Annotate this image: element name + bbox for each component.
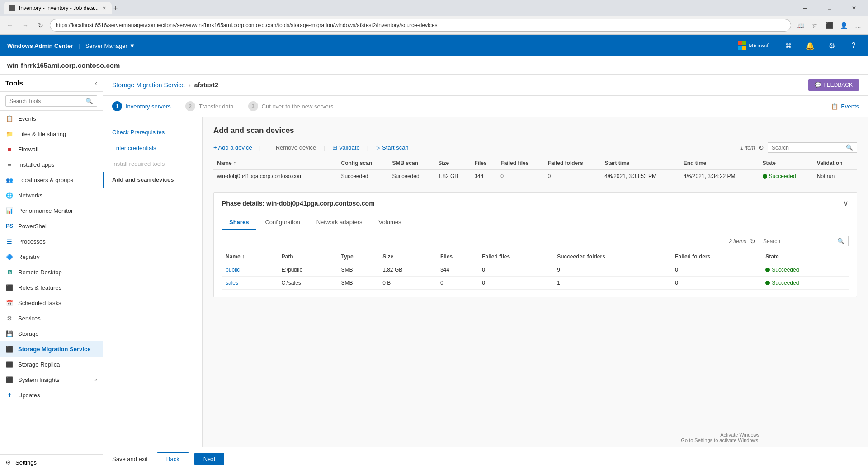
sidebar-item-services[interactable]: ⚙ Services bbox=[0, 310, 103, 326]
sidebar-item-performance[interactable]: 📊 Performance Monitor bbox=[0, 203, 103, 218]
breadcrumb-bar: Storage Migration Service › afstest2 💬 F… bbox=[103, 75, 868, 96]
sh-col-size[interactable]: Size bbox=[379, 251, 437, 263]
more-icon[interactable]: … bbox=[852, 19, 864, 32]
share-row-public[interactable]: public E:\public SMB 1.82 GB 344 0 9 0 bbox=[222, 263, 849, 277]
col-failed-folders[interactable]: Failed folders bbox=[544, 157, 601, 169]
device-smb-scan: Succeeded bbox=[389, 169, 435, 183]
share-sales-link[interactable]: sales bbox=[226, 280, 238, 286]
step-tab-cutover[interactable]: 3 Cut over to the new servers bbox=[248, 101, 334, 111]
sh-col-succeeded-folders[interactable]: Succeeded folders bbox=[553, 251, 671, 263]
col-failed-files[interactable]: Failed files bbox=[497, 157, 544, 169]
sh-col-files[interactable]: Files bbox=[437, 251, 478, 263]
reload-button[interactable]: ↻ bbox=[34, 19, 47, 32]
sidebar-item-remote-desktop[interactable]: 🖥 Remote Desktop bbox=[0, 264, 103, 280]
phase-header[interactable]: Phase details: win-dobj0p41pga.corp.cont… bbox=[214, 193, 857, 214]
back-nav-button[interactable]: ← bbox=[4, 19, 16, 32]
server-manager-nav[interactable]: Server Manager ▼ bbox=[85, 42, 135, 49]
back-button[interactable]: Back bbox=[157, 452, 189, 465]
col-start-time[interactable]: Start time bbox=[601, 157, 680, 169]
col-config-scan[interactable]: Config scan bbox=[337, 157, 388, 169]
sidebar-item-registry[interactable]: 🔷 Registry bbox=[0, 249, 103, 264]
collections-icon[interactable]: ⬛ bbox=[823, 19, 835, 32]
forward-nav-button[interactable]: → bbox=[19, 19, 32, 32]
sh-col-state[interactable]: State bbox=[762, 251, 849, 263]
browser-tab[interactable]: Inventory - Inventory - Job deta... ✕ bbox=[4, 2, 112, 14]
shares-refresh-button[interactable]: ↻ bbox=[750, 238, 755, 245]
feedback-button[interactable]: 💬 FEEDBACK bbox=[808, 79, 859, 91]
browser-chrome: Inventory - Inventory - Job deta... ✕ + … bbox=[0, 0, 868, 35]
sh-col-failed-files[interactable]: Failed files bbox=[478, 251, 553, 263]
col-validation[interactable]: Validation bbox=[813, 157, 857, 169]
sidebar-item-roles-features[interactable]: ⬛ Roles & features bbox=[0, 280, 103, 295]
col-size[interactable]: Size bbox=[434, 157, 471, 169]
sidebar-item-storage-migration[interactable]: ⬛ Storage Migration Service bbox=[0, 341, 103, 357]
settings-header-button[interactable]: ⚙ bbox=[825, 38, 839, 53]
notifications-button[interactable]: 🔔 bbox=[803, 38, 817, 53]
start-scan-button[interactable]: ▷ Start scan bbox=[376, 142, 409, 153]
share-row-sales[interactable]: sales C:\sales SMB 0 B 0 0 1 0 bbox=[222, 277, 849, 290]
phase-tab-volumes[interactable]: Volumes bbox=[372, 214, 409, 230]
col-name[interactable]: Name ↑ bbox=[213, 157, 337, 169]
sidebar-item-storage-replica[interactable]: ⬛ Storage Replica bbox=[0, 357, 103, 372]
phase-tab-shares[interactable]: Shares bbox=[222, 214, 256, 230]
sidebar-item-events[interactable]: 📋 Events bbox=[0, 111, 103, 126]
phase-tab-network-adapters[interactable]: Network adapters bbox=[309, 214, 370, 230]
search-tools-input[interactable] bbox=[6, 96, 82, 106]
breadcrumb-parent[interactable]: Storage Migration Service bbox=[112, 81, 185, 89]
close-button[interactable]: ✕ bbox=[844, 0, 864, 16]
minimize-button[interactable]: ─ bbox=[795, 0, 816, 16]
sidebar-item-system-insights[interactable]: ⬛ System Insights ↗ bbox=[0, 372, 103, 387]
breadcrumb-current: afstest2 bbox=[194, 81, 218, 89]
sidebar-item-installed-apps[interactable]: ≡ Installed apps bbox=[0, 157, 103, 172]
sidebar-item-scheduled-tasks[interactable]: 📅 Scheduled tasks bbox=[0, 295, 103, 310]
sidebar-item-storage[interactable]: 💾 Storage bbox=[0, 326, 103, 341]
tab-close-button[interactable]: ✕ bbox=[102, 5, 106, 11]
next-button[interactable]: Next bbox=[194, 453, 225, 465]
sidebar-collapse-button[interactable]: ‹ bbox=[95, 80, 97, 87]
validate-label: Validate bbox=[339, 144, 360, 151]
sh-col-failed-folders[interactable]: Failed folders bbox=[671, 251, 762, 263]
remove-device-button[interactable]: — Remove device bbox=[268, 142, 316, 153]
shares-search-input[interactable] bbox=[763, 238, 835, 244]
phase-tab-configuration[interactable]: Configuration bbox=[258, 214, 307, 230]
sub-nav-enter-creds[interactable]: Enter credentials bbox=[103, 140, 202, 156]
sh-col-path[interactable]: Path bbox=[278, 251, 337, 263]
server-title: win-fhrrk165ami.corp.contoso.com bbox=[7, 61, 120, 69]
favorites-icon[interactable]: ☆ bbox=[808, 19, 821, 32]
sub-nav-check-prereq[interactable]: Check Prerequisites bbox=[103, 124, 202, 140]
share-state-public: Succeeded bbox=[762, 263, 849, 277]
sidebar-item-updates[interactable]: ⬆ Updates bbox=[0, 387, 103, 403]
terminal-button[interactable]: ⌘ bbox=[781, 38, 796, 53]
profile-icon[interactable]: 👤 bbox=[837, 19, 850, 32]
events-button[interactable]: 📋 Events bbox=[831, 103, 859, 110]
col-smb-scan[interactable]: SMB scan bbox=[389, 157, 435, 169]
sidebar-item-networks[interactable]: 🌐 Networks bbox=[0, 188, 103, 203]
help-button[interactable]: ? bbox=[846, 38, 861, 53]
add-device-button[interactable]: + Add a device bbox=[213, 142, 252, 153]
settings-sidebar-item[interactable]: ⚙ Settings bbox=[0, 454, 103, 470]
sidebar-item-powershell[interactable]: PS PowerShell bbox=[0, 218, 103, 234]
sh-col-name[interactable]: Name ↑ bbox=[222, 251, 278, 263]
step-tab-inventory[interactable]: 1 Inventory servers bbox=[112, 101, 171, 111]
search-tools-button[interactable]: 🔍 bbox=[82, 96, 97, 106]
sidebar-item-firewall[interactable]: ■ Firewall bbox=[0, 141, 103, 157]
col-end-time[interactable]: End time bbox=[680, 157, 759, 169]
device-row-1[interactable]: win-dobj0p41pga.corp.contoso.com Succeed… bbox=[213, 169, 857, 183]
step-tab-transfer[interactable]: 2 Transfer data bbox=[185, 101, 234, 111]
read-mode-icon[interactable]: 📖 bbox=[794, 19, 807, 32]
sub-nav-add-scan[interactable]: Add and scan devices bbox=[103, 172, 202, 188]
address-bar[interactable] bbox=[50, 19, 791, 32]
new-tab-button[interactable]: + bbox=[113, 4, 118, 12]
maximize-button[interactable]: □ bbox=[819, 0, 840, 16]
devices-search-input[interactable] bbox=[772, 145, 844, 151]
devices-refresh-button[interactable]: ↻ bbox=[759, 144, 764, 151]
sidebar-item-files[interactable]: 📁 Files & file sharing bbox=[0, 126, 103, 141]
validate-button[interactable]: ⊞ Validate bbox=[332, 142, 360, 153]
share-public-link[interactable]: public bbox=[226, 267, 240, 273]
sidebar-item-local-users[interactable]: 👥 Local users & groups bbox=[0, 172, 103, 188]
sh-col-type[interactable]: Type bbox=[337, 251, 379, 263]
col-state[interactable]: State bbox=[759, 157, 813, 169]
install-tools-label: Install required tools bbox=[112, 160, 165, 167]
sidebar-item-processes[interactable]: ☰ Processes bbox=[0, 234, 103, 249]
col-files[interactable]: Files bbox=[471, 157, 497, 169]
